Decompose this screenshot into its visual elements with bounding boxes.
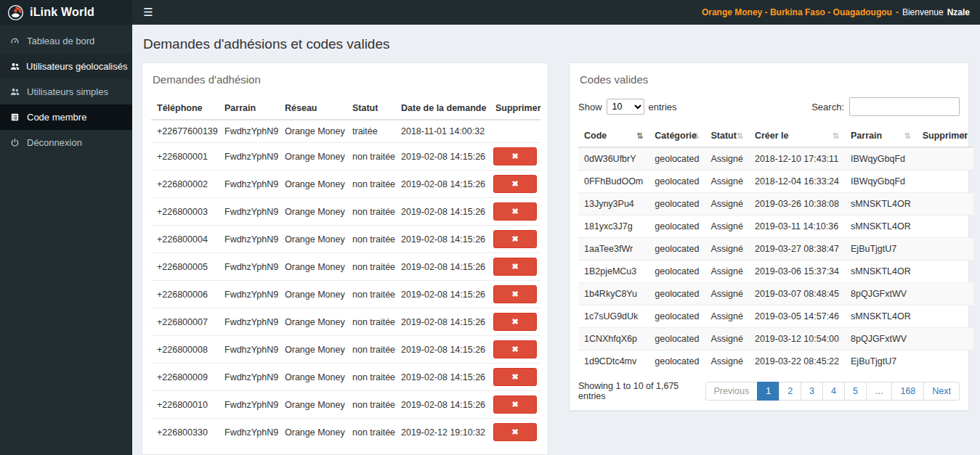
codes-row: 1d9CDtc4mvgeolocatedAssigné2019-03-22 08…: [578, 351, 973, 373]
cell-statut: non traitée: [347, 226, 395, 253]
cell-telephone: +226800330: [151, 419, 219, 446]
pagination-page-168[interactable]: 168: [891, 382, 924, 401]
demandes-column-header: Parrain: [219, 97, 279, 120]
cell-supprimer: ✖: [490, 336, 540, 364]
show-label: Show: [578, 102, 602, 112]
codes-column-header[interactable]: ⇅Parrain: [845, 125, 917, 147]
demandes-row: +226800005FwdhzYphN9Orange Moneynon trai…: [151, 253, 540, 281]
entries-label: entries: [649, 102, 677, 112]
cell-reseau: Orange Money: [279, 226, 347, 253]
cell-reseau: Orange Money: [279, 336, 347, 364]
cell-supprimer: ✖: [490, 281, 540, 308]
sidebar-toggle-button[interactable]: ☰: [132, 0, 164, 25]
cell-reseau: Orange Money: [279, 253, 347, 281]
list-icon: [10, 112, 20, 122]
delete-demande-button[interactable]: ✖: [493, 313, 537, 331]
cell-supprimer: [917, 171, 974, 193]
cell-code: 1B2pjeMCu3: [578, 261, 649, 283]
cell-parrain: FwdhzYphN9: [219, 281, 279, 308]
cell-parrain: sMNSKTL4OR: [845, 216, 917, 238]
cell-parrain: sMNSKTL4OR: [845, 193, 917, 216]
cell-telephone: +226800009: [151, 364, 219, 391]
sidebar-item-deconnexion[interactable]: Déconnexion: [0, 130, 132, 155]
topbar-welcome-label: Bienvenue: [902, 7, 944, 17]
pagination-previous[interactable]: Previous: [705, 382, 758, 401]
codes-row: 1CNXhfqX6pgeolocatedAssigné2019-03-12 10…: [578, 328, 973, 351]
cell-supprimer: ✖: [490, 171, 540, 198]
pagination-page-5[interactable]: 5: [844, 382, 867, 401]
demandes-column-header: Téléphone: [151, 97, 219, 120]
cell-code: 13Jyny3Pu4: [578, 193, 649, 216]
codes-column-header[interactable]: ⇅Supprimer: [917, 125, 974, 147]
pagination-next[interactable]: Next: [923, 382, 960, 401]
brand[interactable]: iLink World: [0, 0, 132, 25]
cell-creer-le: 2019-03-06 15:37:34: [749, 261, 845, 283]
cell-statut: non traitée: [347, 198, 395, 226]
sidebar-item-utilisateurs-simples[interactable]: Utilisateurs simples: [0, 79, 132, 104]
pagination-page-3[interactable]: 3: [801, 382, 823, 401]
delete-demande-button[interactable]: ✖: [493, 395, 537, 414]
column-label: Supprimer: [923, 131, 968, 141]
cell-telephone: +226800004: [151, 226, 219, 253]
cell-parrain: FwdhzYphN9: [219, 253, 279, 281]
cell-telephone: +226800010: [151, 391, 219, 419]
codes-column-header[interactable]: ⇅Catégorie: [649, 125, 705, 147]
delete-demande-button[interactable]: ✖: [493, 285, 537, 303]
cell-categorie: geolocated: [649, 147, 705, 171]
cell-parrain: 8pQJGFxtWV: [845, 283, 917, 306]
cell-date: 2019-02-08 14:15:26: [395, 171, 490, 198]
delete-demande-button[interactable]: ✖: [493, 368, 537, 386]
demandes-row: +226800003FwdhzYphN9Orange Moneynon trai…: [151, 198, 540, 226]
delete-demande-button[interactable]: ✖: [493, 175, 537, 193]
delete-demande-button[interactable]: ✖: [493, 258, 537, 276]
sidebar-item-label: Utilisateurs géolocalisés: [26, 61, 127, 72]
cell-supprimer: ✖: [490, 391, 540, 419]
cell-supprimer: [917, 328, 974, 351]
sidebar-item-utilisateurs-geolocalises[interactable]: Utilisateurs géolocalisés: [0, 54, 132, 79]
cell-supprimer: ✖: [490, 143, 540, 171]
pagination: Previous12345…168Next: [705, 382, 960, 401]
codes-column-header[interactable]: ⇅Statut: [705, 125, 748, 147]
cell-creer-le: 2018-12-04 16:33:24: [749, 171, 845, 193]
cell-date: 2019-02-08 14:15:26: [395, 364, 490, 391]
brand-name: iLink World: [30, 6, 94, 19]
sidebar-item-tableau-de-bord[interactable]: Tableau de bord: [0, 28, 132, 54]
sidebar-item-code-membre[interactable]: Code membre: [0, 104, 132, 130]
search-input[interactable]: [849, 97, 960, 116]
delete-demande-button[interactable]: ✖: [493, 230, 537, 248]
ilink-logo-icon: [7, 4, 24, 21]
cell-supprimer: ✖: [490, 198, 540, 226]
cell-parrain: sMNSKTL4OR: [845, 261, 917, 283]
cell-supprimer: [917, 261, 974, 283]
sidebar: Tableau de bordUtilisateurs géolocalisés…: [0, 25, 132, 455]
cell-reseau: Orange Money: [279, 391, 347, 419]
cell-statut: Assigné: [705, 216, 748, 238]
cell-telephone: +226800006: [151, 281, 219, 308]
delete-demande-button[interactable]: ✖: [493, 340, 537, 358]
cell-categorie: geolocated: [649, 238, 705, 261]
page-length-control: Show 10 entries: [578, 99, 677, 115]
cell-telephone: +226800005: [151, 253, 219, 281]
sort-icon: ⇅: [636, 131, 643, 141]
page-title: Demandes d'adhésions et codes valides: [143, 36, 969, 52]
cell-date: 2019-02-08 14:15:26: [395, 143, 490, 171]
codes-column-header[interactable]: ⇅Code: [578, 125, 649, 147]
cell-creer-le: 2019-03-12 10:54:00: [749, 328, 845, 351]
cell-reseau: Orange Money: [279, 198, 347, 226]
codes-column-header[interactable]: ⇅Créer le: [749, 125, 845, 147]
cell-code: 1aaTee3fWr: [578, 238, 649, 261]
delete-demande-button[interactable]: ✖: [493, 423, 537, 441]
delete-demande-button[interactable]: ✖: [493, 147, 537, 165]
delete-demande-button[interactable]: ✖: [493, 202, 537, 221]
cell-parrain: sMNSKTL4OR: [845, 306, 917, 328]
cell-date: 2019-02-08 14:15:26: [395, 391, 490, 419]
pagination-page-1[interactable]: 1: [757, 382, 779, 401]
pagination-ellipsis[interactable]: …: [866, 382, 893, 401]
pagination-page-2[interactable]: 2: [779, 382, 801, 401]
page-length-select[interactable]: 10: [607, 99, 644, 115]
cell-categorie: geolocated: [649, 261, 705, 283]
cell-supprimer: [917, 306, 974, 328]
cell-categorie: geolocated: [649, 171, 705, 193]
pagination-page-4[interactable]: 4: [822, 382, 845, 401]
cell-code: 1CNXhfqX6p: [578, 328, 649, 351]
